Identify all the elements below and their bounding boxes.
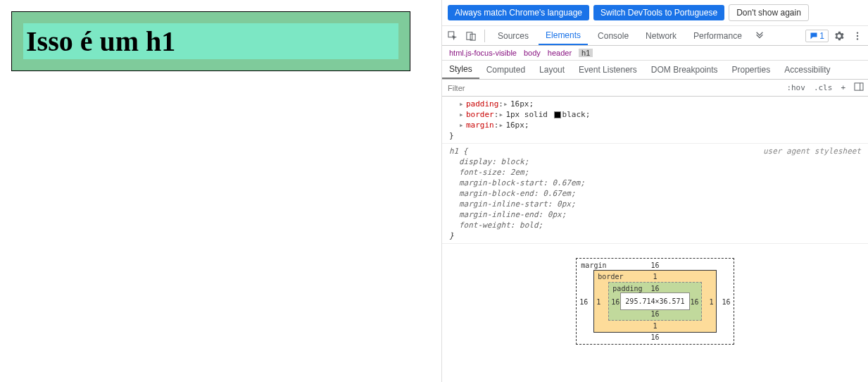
svg-point-3 xyxy=(857,32,858,33)
main-tab-bar: Sources Elements Console Network Perform… xyxy=(442,26,868,46)
subtab-dom-breakpoints[interactable]: DOM Breakpoints xyxy=(644,61,725,79)
css-val: block xyxy=(501,157,524,166)
messages-count: 1 xyxy=(819,31,824,41)
match-language-button[interactable]: Always match Chrome's language xyxy=(448,5,589,20)
settings-gear-icon[interactable] xyxy=(831,28,847,44)
styles-filter-row: :hov .cls + xyxy=(442,80,868,97)
tab-elements[interactable]: Elements xyxy=(539,26,588,45)
bm-padding-left[interactable]: 16 xyxy=(611,296,619,307)
css-val: 0.67em xyxy=(543,189,571,198)
more-tabs-icon[interactable] xyxy=(752,28,767,44)
svg-point-5 xyxy=(857,38,858,39)
bm-margin-left[interactable]: 16 xyxy=(579,296,588,307)
style-rule-author[interactable]: ▸padding: ▸ 16px; ▸border: ▸ 1px solid b… xyxy=(442,97,868,144)
bm-padding-right[interactable]: 16 xyxy=(691,296,699,307)
kebab-menu-icon[interactable] xyxy=(850,28,865,44)
css-val: 0px xyxy=(557,199,571,209)
crumb-body[interactable]: body xyxy=(524,49,541,57)
bm-margin-bottom[interactable]: 16 xyxy=(650,332,659,343)
bm-border-label: border xyxy=(598,271,623,282)
style-rule-user-agent[interactable]: user agent stylesheet h1 { display: bloc… xyxy=(442,144,868,244)
toggle-sidebar-icon[interactable] xyxy=(850,82,868,93)
separator xyxy=(484,30,485,42)
inspect-element-icon[interactable] xyxy=(445,28,460,44)
subtab-event-listeners[interactable]: Event Listeners xyxy=(572,61,644,79)
rendered-page: Isso é um h1 xyxy=(0,0,441,382)
switch-language-button[interactable]: Switch DevTools to Portuguese xyxy=(593,5,724,20)
bm-border-left[interactable]: 1 xyxy=(596,296,600,307)
subtab-styles[interactable]: Styles xyxy=(442,61,479,79)
svg-point-4 xyxy=(857,35,858,36)
css-val[interactable]: black xyxy=(562,110,586,119)
ua-stylesheet-label: user agent stylesheet xyxy=(763,146,861,156)
svg-rect-6 xyxy=(855,83,863,90)
bm-margin-right[interactable]: 16 xyxy=(722,296,731,307)
color-swatch-icon[interactable] xyxy=(554,111,561,118)
css-val[interactable]: 16px xyxy=(510,99,529,109)
crumb-html[interactable]: html.js-focus-visible xyxy=(449,49,517,57)
tab-performance[interactable]: Performance xyxy=(686,26,749,45)
bm-padding-label: padding xyxy=(612,283,642,294)
rule-close-brace: } xyxy=(449,230,861,241)
css-prop: margin-block-end xyxy=(459,189,534,198)
css-prop: font-size xyxy=(459,168,501,177)
box-model-diagram: margin 16 16 16 16 border 1 1 1 1 paddin… xyxy=(442,244,868,366)
bm-border-right[interactable]: 1 xyxy=(710,296,714,307)
bm-margin-top[interactable]: 16 xyxy=(650,260,659,271)
new-style-rule-button[interactable]: + xyxy=(836,83,850,92)
dont-show-again-button[interactable]: Don't show again xyxy=(729,4,809,21)
rule-close-brace: } xyxy=(449,130,861,141)
tab-console[interactable]: Console xyxy=(591,26,636,45)
messages-badge[interactable]: 1 xyxy=(805,30,829,42)
devtools-panel: Always match Chrome's language Switch De… xyxy=(441,0,868,382)
svg-rect-1 xyxy=(467,32,472,39)
subtab-layout[interactable]: Layout xyxy=(532,61,572,79)
bm-margin-label: margin xyxy=(581,260,606,271)
css-prop: margin-block-start xyxy=(459,178,543,187)
css-prop[interactable]: margin xyxy=(466,121,494,130)
subtab-computed[interactable]: Computed xyxy=(479,61,532,79)
bm-border-top[interactable]: 1 xyxy=(653,271,657,282)
css-val[interactable]: 16px xyxy=(505,121,524,130)
css-val: bold xyxy=(520,221,539,230)
bm-border-bottom[interactable]: 1 xyxy=(653,321,657,331)
crumb-header[interactable]: header xyxy=(548,49,572,57)
styles-rules: ▸padding: ▸ 16px; ▸border: ▸ 1px solid b… xyxy=(442,97,868,382)
tab-network[interactable]: Network xyxy=(639,26,684,45)
css-prop: margin-inline-end xyxy=(459,210,539,219)
box-model-margin[interactable]: margin 16 16 16 16 border 1 1 1 1 paddin… xyxy=(576,258,734,345)
subtab-properties[interactable]: Properties xyxy=(725,61,778,79)
hov-toggle[interactable]: :hov xyxy=(782,83,810,92)
box-model-border[interactable]: border 1 1 1 1 padding 16 16 16 16 295.7… xyxy=(593,270,716,333)
css-val: 0.67em xyxy=(552,178,580,187)
css-val[interactable]: 1px solid xyxy=(505,110,548,119)
css-prop: margin-inline-start xyxy=(459,199,548,209)
bm-padding-top[interactable]: 16 xyxy=(650,283,659,294)
css-val: 2em xyxy=(510,168,524,177)
subtab-accessibility[interactable]: Accessibility xyxy=(777,61,837,79)
cls-toggle[interactable]: .cls xyxy=(810,83,837,92)
rendered-header: Isso é um h1 xyxy=(11,11,410,71)
device-toolbar-icon[interactable] xyxy=(463,28,479,44)
page-h1: Isso é um h1 xyxy=(23,23,398,59)
css-prop[interactable]: border xyxy=(466,110,494,119)
css-prop: font-weight xyxy=(459,221,510,230)
crumb-h1[interactable]: h1 xyxy=(579,49,593,57)
box-model-padding[interactable]: padding 16 16 16 16 295.714×36.571 xyxy=(608,282,701,321)
tab-sources[interactable]: Sources xyxy=(491,26,536,45)
dom-breadcrumb: html.js-focus-visible body header h1 xyxy=(442,46,868,61)
css-prop: display xyxy=(459,157,491,166)
bm-padding-bottom[interactable]: 16 xyxy=(650,309,659,319)
styles-filter-input[interactable] xyxy=(442,84,782,92)
css-val: 0px xyxy=(548,210,562,219)
css-prop[interactable]: padding xyxy=(466,99,498,109)
language-bar: Always match Chrome's language Switch De… xyxy=(442,0,868,26)
box-model-content[interactable]: 295.714×36.571 xyxy=(620,292,689,310)
styles-tab-bar: Styles Computed Layout Event Listeners D… xyxy=(442,61,868,80)
